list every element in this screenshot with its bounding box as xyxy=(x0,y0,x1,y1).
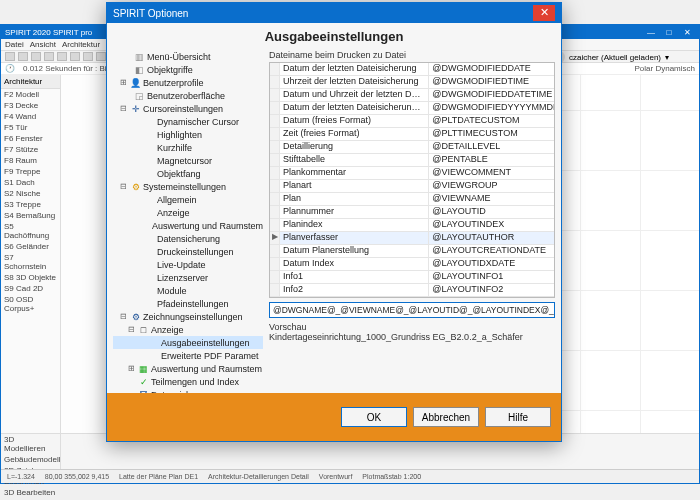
tree-twist-icon[interactable]: ⊞ xyxy=(127,364,136,373)
sidebar-item[interactable]: S8 3D Objekte xyxy=(1,272,60,283)
grid-row[interactable]: Info1@LAYOUTINFO1 xyxy=(270,271,554,284)
sidebar-item[interactable]: S6 Geländer xyxy=(1,241,60,252)
menu-item[interactable]: Datei xyxy=(5,40,24,49)
tree-item[interactable]: Datensicherung xyxy=(113,232,263,245)
grid-row[interactable]: Stifttabelle@PENTABLE xyxy=(270,154,554,167)
tree-item[interactable]: Allgemein xyxy=(113,193,263,206)
minimize-icon[interactable]: — xyxy=(643,28,659,37)
tree-item[interactable]: ⊞▦Auswertung und Raumstem xyxy=(113,362,263,375)
tree-item[interactable]: Module xyxy=(113,284,263,297)
sidebar-item[interactable]: S4 Bemaßung xyxy=(1,210,60,221)
grid-row[interactable]: Datum und Uhrzeit der letzten Dateisiche… xyxy=(270,89,554,102)
sidebar-item[interactable]: F7 Stütze xyxy=(1,144,60,155)
bottom-tab[interactable]: 3D Modellieren xyxy=(1,434,60,454)
tree-item[interactable]: Auswertung und Raumstem xyxy=(113,219,263,232)
user-combo[interactable]: czaicher (Aktuell geladen) ▾ xyxy=(553,51,669,63)
tree-item[interactable]: Objektfang xyxy=(113,167,263,180)
grid-row[interactable]: Info2@LAYOUTINFO2 xyxy=(270,284,554,297)
toolbar-icon[interactable] xyxy=(96,52,106,61)
tree-item[interactable]: ✓Teilmengen und Index xyxy=(113,375,263,388)
grid-row[interactable]: Zeit (freies Format)@PLTTIMECUSTOM xyxy=(270,128,554,141)
tree-item[interactable]: Kurzhilfe xyxy=(113,141,263,154)
sidebar-item[interactable]: S5 Dachöffnung xyxy=(1,221,60,241)
tree-label: Objektfang xyxy=(157,169,201,179)
tree-item[interactable]: ▥Menü-Übersicht xyxy=(113,50,263,63)
grid-row[interactable]: Datum (freies Format)@PLTDATECUSTOM xyxy=(270,115,554,128)
grid-row[interactable]: Detaillierung@DETAILLEVEL xyxy=(270,141,554,154)
placeholders-grid[interactable]: Datum der letzten Dateisicherung@DWGMODI… xyxy=(269,62,555,298)
grid-row[interactable]: Planindex@LAYOUTINDEX xyxy=(270,219,554,232)
bottom-tab[interactable]: 3D Bearbeiten xyxy=(1,487,60,498)
sidebar-item[interactable]: S7 Schornstein xyxy=(1,252,60,272)
tree-item[interactable]: Ausgabeeinstellungen xyxy=(113,336,263,349)
close-button[interactable]: ✕ xyxy=(533,5,555,21)
tree-item[interactable]: ⊞👤Benutzerprofile xyxy=(113,76,263,89)
tree-item[interactable]: Lizenzserver xyxy=(113,271,263,284)
tree-item[interactable]: Druckeinstellungen xyxy=(113,245,263,258)
grid-row[interactable]: Planart@VIEWGROUP xyxy=(270,180,554,193)
ok-button[interactable]: OK xyxy=(341,407,407,427)
menu-item[interactable]: Architektur xyxy=(62,40,100,49)
sidebar-item[interactable]: S1 Dach xyxy=(1,177,60,188)
tree-twist-icon[interactable]: ⊟ xyxy=(119,312,128,321)
tree-twist-icon[interactable]: ⊟ xyxy=(119,104,128,113)
tree-item[interactable]: Dynamischer Cursor xyxy=(113,115,263,128)
sidebar-item[interactable]: F8 Raum xyxy=(1,155,60,166)
close-icon[interactable]: ✕ xyxy=(679,28,695,37)
grid-row[interactable]: Datum der letzten Dateisicherung@DWGMODI… xyxy=(270,63,554,76)
tree-item[interactable]: ⊟✛Cursoreinstellungen xyxy=(113,102,263,115)
tree-item[interactable]: ◧Objektgriffe xyxy=(113,63,263,76)
tree-item[interactable]: Erweiterte PDF Paramet xyxy=(113,349,263,362)
dialog-titlebar[interactable]: SPIRIT Optionen ✕ xyxy=(107,3,561,23)
help-button[interactable]: Hilfe xyxy=(485,407,551,427)
grid-row[interactable]: Datum Planerstellung@LAYOUTCREATIONDATE xyxy=(270,245,554,258)
sidebar-item[interactable]: S9 Cad 2D xyxy=(1,283,60,294)
tree-item[interactable]: Live-Update xyxy=(113,258,263,271)
grid-row[interactable]: Plannummer@LAYOUTID xyxy=(270,206,554,219)
tree-item[interactable]: ⊟⚙Zeichnungseinstellungen xyxy=(113,310,263,323)
grid-row[interactable]: Datum der letzten Dateisicherung in ISO-… xyxy=(270,102,554,115)
menu-item[interactable]: Ansicht xyxy=(30,40,56,49)
tree-item[interactable]: ⊟⚙Systemeinstellungen xyxy=(113,180,263,193)
tree-twist-icon[interactable]: ⊟ xyxy=(127,325,136,334)
sidebar-item[interactable]: F3 Decke xyxy=(1,100,60,111)
tree-item[interactable]: Anzeige xyxy=(113,206,263,219)
tree-twist-icon[interactable]: ⊞ xyxy=(119,78,128,87)
grid-key: Plankommentar xyxy=(280,167,429,179)
toolbar-icon[interactable] xyxy=(18,52,28,61)
grid-row[interactable]: Plan@VIEWNAME xyxy=(270,193,554,206)
maximize-icon[interactable]: □ xyxy=(661,28,677,37)
settings-tree[interactable]: ▥Menü-Übersicht◧Objektgriffe⊞👤Benutzerpr… xyxy=(111,48,263,393)
toolbar-icon[interactable] xyxy=(5,52,15,61)
grid-value: @LAYOUTAUTHOR xyxy=(429,232,554,244)
sidebar-item[interactable]: F4 Wand xyxy=(1,111,60,122)
grid-row[interactable]: Datum Index@LAYOUTIDXDATE xyxy=(270,258,554,271)
grid-row[interactable]: ▶Planverfasser@LAYOUTAUTHOR xyxy=(270,232,554,245)
filename-pattern-input[interactable]: @DWGNAME@_@VIEWNAME@_@LAYOUTID@_@LAYOUTI… xyxy=(269,302,555,318)
toolbar-icon[interactable] xyxy=(57,52,67,61)
sidebar-item[interactable]: F2 Modell xyxy=(1,89,60,100)
bottom-tab[interactable]: Gebäudemodell xyxy=(1,454,60,465)
tree-label: Benutzeroberfläche xyxy=(147,91,225,101)
sidebar-item[interactable]: F9 Treppe xyxy=(1,166,60,177)
grid-row[interactable]: Uhrzeit der letzten Dateisicherung@DWGMO… xyxy=(270,76,554,89)
tree-item[interactable]: Pfadeinstellungen xyxy=(113,297,263,310)
tree-item[interactable]: ⊟□Anzeige xyxy=(113,323,263,336)
grid-row[interactable]: Plankommentar@VIEWCOMMENT xyxy=(270,167,554,180)
toolbar-icon[interactable] xyxy=(31,52,41,61)
tree-item[interactable]: ◲Benutzeroberfläche xyxy=(113,89,263,102)
sidebar-item[interactable]: F5 Tür xyxy=(1,122,60,133)
cancel-button[interactable]: Abbrechen xyxy=(413,407,479,427)
tree-item[interactable]: Magnetcursor xyxy=(113,154,263,167)
sidebar-item[interactable]: S2 Nische xyxy=(1,188,60,199)
sidebar-item[interactable]: S3 Treppe xyxy=(1,199,60,210)
tree-twist-icon[interactable]: ⊟ xyxy=(119,182,128,191)
row-handle xyxy=(270,258,280,270)
sidebar-item[interactable]: S0 OSD Corpus+ xyxy=(1,294,60,314)
tree-item[interactable]: Highlighten xyxy=(113,128,263,141)
sidebar-item[interactable]: F6 Fenster xyxy=(1,133,60,144)
tree-node-icon xyxy=(144,156,155,166)
toolbar-icon[interactable] xyxy=(83,52,93,61)
toolbar-icon[interactable] xyxy=(70,52,80,61)
toolbar-icon[interactable] xyxy=(44,52,54,61)
